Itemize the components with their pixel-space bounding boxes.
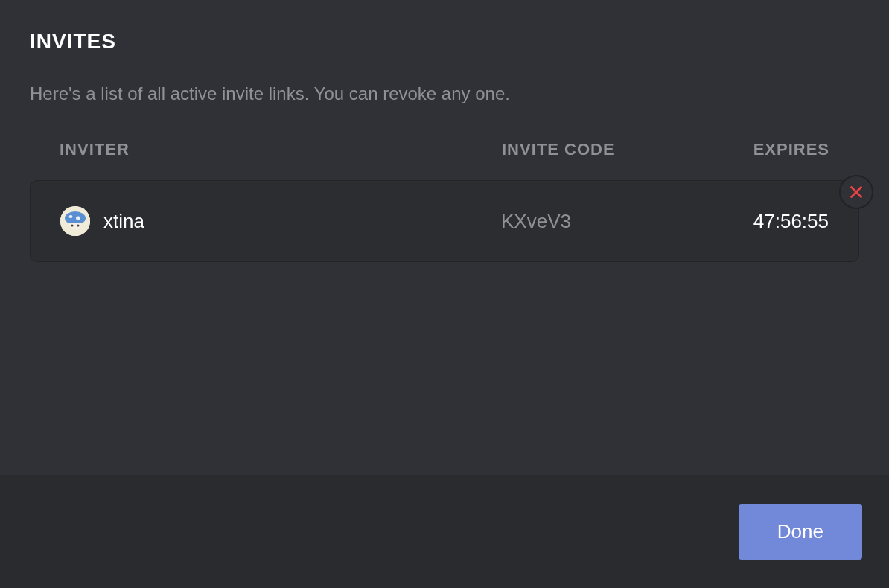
invite-code: KXveV3 — [501, 210, 710, 233]
svg-point-4 — [71, 225, 74, 227]
column-header-expires: EXPIRES — [710, 140, 829, 159]
column-header-inviter: INVITER — [60, 140, 502, 159]
column-header-invite-code: INVITE CODE — [502, 140, 710, 159]
table-header: INVITER INVITE CODE EXPIRES — [30, 140, 859, 159]
page-description: Here's a list of all active invite links… — [30, 83, 859, 104]
revoke-invite-button[interactable] — [839, 175, 873, 209]
close-icon — [848, 184, 864, 200]
svg-point-5 — [77, 225, 80, 227]
expires-time: 47:56:55 — [710, 210, 829, 233]
inviter-name: xtina — [103, 210, 144, 233]
mushroom-avatar-icon — [60, 206, 90, 236]
page-title: INVITES — [30, 30, 859, 54]
done-button[interactable]: Done — [739, 504, 862, 560]
invite-row[interactable]: xtina KXveV3 47:56:55 — [30, 180, 859, 262]
svg-point-2 — [69, 215, 73, 218]
dialog-footer: Done — [0, 475, 889, 588]
svg-point-3 — [76, 217, 80, 220]
invites-panel: INVITES Here's a list of all active invi… — [0, 0, 889, 476]
avatar — [60, 206, 90, 236]
inviter-cell: xtina — [60, 206, 501, 236]
